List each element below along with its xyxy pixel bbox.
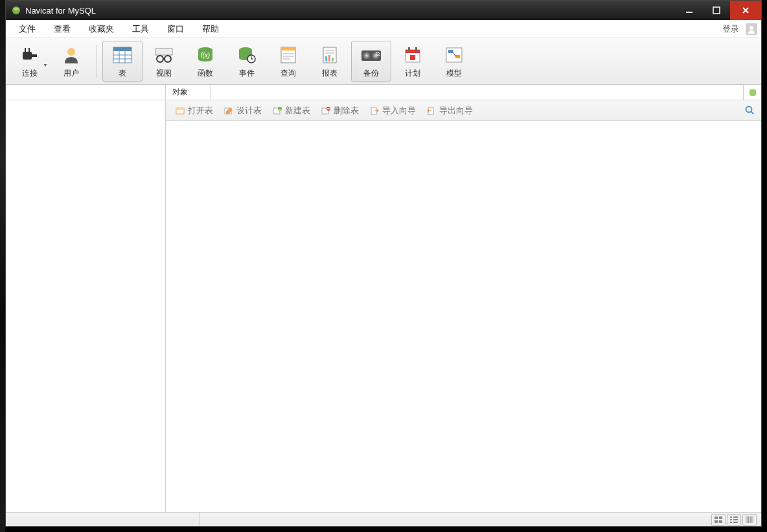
- toolbar-view[interactable]: 视图: [144, 41, 184, 82]
- svg-rect-73: [730, 519, 732, 520]
- action-open-table[interactable]: 打开表: [171, 104, 217, 118]
- action-design-table[interactable]: 设计表: [220, 104, 266, 118]
- delete-table-icon: [321, 105, 331, 116]
- window-buttons: [676, 1, 761, 20]
- svg-rect-35: [328, 55, 330, 61]
- action-export-wizard[interactable]: 导出向导: [422, 104, 477, 118]
- svg-text:f(x): f(x): [201, 52, 210, 59]
- close-button[interactable]: [730, 1, 761, 20]
- toolbar-report-label: 报表: [322, 68, 338, 79]
- toolbar-model-label: 模型: [446, 68, 462, 79]
- toolbar-backup[interactable]: 备份: [351, 41, 391, 82]
- action-delete-table-label: 删除表: [334, 105, 359, 116]
- toolbar-event[interactable]: 事件: [227, 41, 267, 82]
- connection-tree[interactable]: [6, 100, 166, 512]
- clock-db-icon: [237, 43, 257, 67]
- toolbar-view-label: 视图: [156, 68, 172, 79]
- object-bar: 对象: [6, 85, 761, 100]
- svg-rect-27: [281, 47, 295, 50]
- calendar-icon: [404, 43, 422, 67]
- toolbar-user-label: 用户: [63, 68, 79, 79]
- menubar: 文件 查看 收藏夹 工具 窗口 帮助 登录: [6, 20, 761, 38]
- svg-rect-67: [715, 516, 718, 519]
- titlebar: Navicat for MySQL: [6, 1, 761, 20]
- svg-rect-11: [113, 47, 132, 51]
- avatar-icon[interactable]: [746, 23, 757, 35]
- glasses-icon: [153, 43, 175, 67]
- design-table-icon: [223, 105, 234, 116]
- view-mode-grid[interactable]: [711, 514, 726, 526]
- content-wrap: 打开表 设计表 + 新建表 删除表 导入向导: [166, 100, 761, 512]
- app-icon: [11, 5, 21, 16]
- app-window: Navicat for MySQL 文件 查看 收藏夹 工具 窗口 帮助 登录: [5, 0, 762, 527]
- main-area: 打开表 设计表 + 新建表 删除表 导入向导: [6, 100, 761, 512]
- toolbar-model[interactable]: 模型: [434, 41, 474, 82]
- svg-line-66: [751, 111, 754, 114]
- svg-text:+: +: [279, 107, 281, 111]
- toolbar-connect[interactable]: ▾ 连接: [10, 41, 50, 82]
- svg-rect-2: [686, 12, 693, 13]
- svg-rect-74: [733, 519, 738, 520]
- view-mode-list[interactable]: [727, 514, 741, 526]
- svg-point-18: [165, 56, 171, 62]
- toolbar-table[interactable]: 表: [102, 41, 143, 82]
- menu-view[interactable]: 查看: [45, 21, 80, 38]
- menu-help[interactable]: 帮助: [193, 21, 228, 38]
- minimize-button[interactable]: [676, 1, 703, 20]
- toolbar-schedule[interactable]: 计划: [393, 41, 433, 82]
- search-icon[interactable]: [744, 105, 756, 116]
- action-import-wizard[interactable]: 导入向导: [365, 104, 420, 118]
- new-table-icon: +: [272, 105, 282, 116]
- action-design-table-label: 设计表: [236, 105, 262, 116]
- svg-rect-48: [410, 55, 415, 60]
- status-left: [6, 513, 200, 526]
- svg-rect-3: [713, 7, 720, 14]
- query-icon: [279, 43, 298, 67]
- svg-point-9: [67, 48, 75, 56]
- object-bar-left-spacer: [6, 85, 166, 100]
- svg-rect-8: [32, 54, 37, 57]
- toolbar-user[interactable]: 用户: [51, 41, 91, 82]
- action-new-table-label: 新建表: [285, 105, 310, 116]
- toolbar-query[interactable]: 查询: [268, 41, 308, 82]
- action-delete-table[interactable]: 删除表: [317, 104, 363, 118]
- svg-point-17: [157, 56, 163, 62]
- toolbar-report[interactable]: 报表: [310, 41, 350, 82]
- chevron-down-icon: ▾: [44, 62, 47, 68]
- svg-rect-45: [406, 50, 420, 53]
- svg-rect-51: [455, 55, 460, 58]
- svg-rect-5: [23, 52, 32, 60]
- view-mode-detail[interactable]: [742, 514, 757, 526]
- object-refresh-icon[interactable]: [743, 85, 761, 100]
- action-export-wizard-label: 导出向导: [439, 105, 473, 116]
- object-tab[interactable]: 对象: [166, 85, 211, 100]
- svg-rect-7: [29, 48, 30, 52]
- menu-favorites[interactable]: 收藏夹: [80, 21, 123, 38]
- svg-rect-55: [176, 108, 184, 110]
- svg-rect-16: [155, 49, 172, 55]
- svg-rect-46: [408, 47, 410, 51]
- toolbar-event-label: 事件: [239, 68, 255, 79]
- toolbar-function[interactable]: f(x) 函数: [185, 41, 225, 82]
- login-link[interactable]: 登录: [718, 21, 743, 38]
- user-icon: [62, 43, 81, 67]
- menu-tools[interactable]: 工具: [123, 21, 158, 38]
- backup-icon: [360, 43, 382, 67]
- svg-rect-68: [719, 516, 722, 519]
- toolbar-table-label: 表: [119, 68, 126, 79]
- menu-window[interactable]: 窗口: [158, 21, 193, 38]
- object-list[interactable]: [166, 121, 761, 512]
- action-new-table[interactable]: + 新建表: [268, 104, 314, 118]
- toolbar-function-label: 函数: [198, 68, 213, 79]
- import-icon: [369, 105, 380, 116]
- toolbar-connect-label: 连接: [22, 68, 38, 79]
- menu-file[interactable]: 文件: [10, 21, 45, 38]
- open-table-icon: [175, 105, 185, 116]
- svg-rect-36: [332, 58, 334, 61]
- svg-point-1: [14, 8, 19, 10]
- maximize-button[interactable]: [703, 1, 730, 20]
- report-icon: [320, 43, 339, 67]
- svg-point-39: [365, 54, 368, 57]
- function-icon: f(x): [196, 43, 215, 67]
- action-bar: 打开表 设计表 + 新建表 删除表 导入向导: [166, 100, 761, 121]
